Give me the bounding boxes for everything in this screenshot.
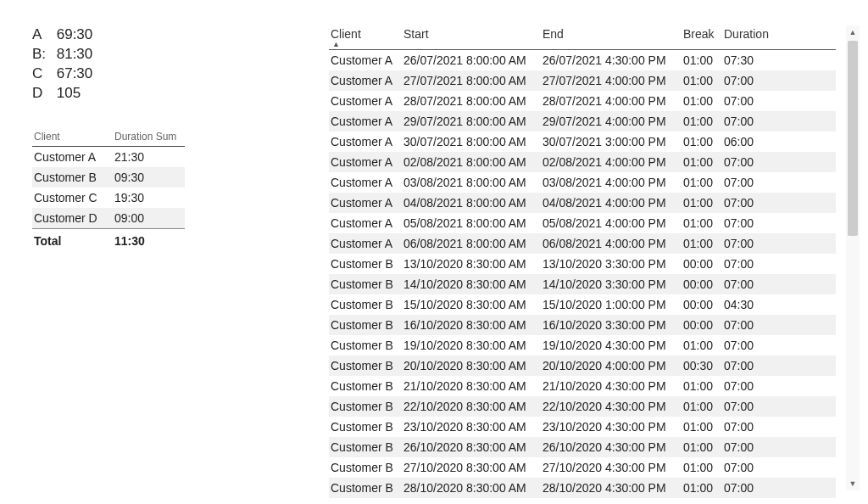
main-table: Client ▲ Start End Break Duration Custom… (329, 24, 836, 498)
table-row[interactable]: Customer A06/08/2021 8:00:00 AM06/08/202… (329, 233, 836, 254)
table-row[interactable]: Customer A05/08/2021 8:00:00 AM05/08/202… (329, 213, 836, 233)
stats-row: A 69:30 (32, 25, 202, 45)
stats-block: A 69:30B: 81:30C 67:30D 105 (32, 25, 202, 104)
cell-duration: 07:30 (724, 53, 783, 68)
cell-end: 22/10/2020 4:30:00 PM (542, 399, 683, 414)
table-row[interactable]: Customer B21/10/2020 8:30:00 AM21/10/202… (329, 376, 836, 396)
cell-start: 27/10/2020 8:30:00 AM (403, 460, 542, 475)
main-header-client[interactable]: Client ▲ (329, 27, 403, 48)
main-header-end[interactable]: End (542, 27, 683, 48)
cell-duration: 07:00 (724, 480, 783, 496)
summary-row[interactable]: Customer A21:30 (32, 147, 185, 167)
main-header-start[interactable]: Start (403, 27, 542, 48)
table-row[interactable]: Customer B14/10/2020 8:30:00 AM14/10/202… (329, 274, 836, 294)
cell-duration: 07:00 (724, 378, 783, 394)
cell-start: 04/08/2021 8:00:00 AM (403, 195, 542, 210)
cell-end: 26/10/2020 4:30:00 PM (542, 440, 683, 455)
table-row[interactable]: Customer B26/10/2020 8:30:00 AM26/10/202… (329, 437, 836, 457)
cell-client: Customer B (329, 460, 403, 475)
cell-duration: 07:00 (724, 256, 783, 272)
cell-end: 13/10/2020 3:30:00 PM (542, 256, 683, 272)
summary-row[interactable]: Customer C19:30 (32, 188, 185, 208)
cell-duration: 07:00 (724, 440, 783, 455)
cell-break: 00:30 (683, 358, 724, 373)
stats-value: 69:30 (53, 26, 92, 42)
table-row[interactable]: Customer A29/07/2021 8:00:00 AM29/07/202… (329, 111, 836, 132)
summary-cell-sum: 09:30 (114, 171, 183, 184)
cell-client: Customer B (329, 338, 403, 353)
cell-end: 21/10/2020 4:30:00 PM (542, 378, 683, 394)
cell-duration: 07:00 (724, 154, 783, 170)
table-row[interactable]: Customer B27/10/2020 8:30:00 AM27/10/202… (329, 457, 836, 478)
cell-start: 21/10/2020 8:30:00 AM (403, 378, 542, 394)
scroll-down-icon[interactable]: ▼ (846, 477, 860, 490)
cell-end: 02/08/2021 4:00:00 PM (542, 154, 683, 170)
table-row[interactable]: Customer A26/07/2021 8:00:00 AM26/07/202… (329, 50, 836, 70)
table-row[interactable]: Customer A04/08/2021 8:00:00 AM04/08/202… (329, 193, 836, 213)
scroll-up-icon[interactable]: ▲ (846, 25, 860, 39)
summary-header-sum[interactable]: Duration Sum (114, 131, 183, 143)
cell-break: 01:00 (683, 399, 724, 414)
cell-break: 01:00 (683, 419, 724, 434)
table-row[interactable]: Customer A27/07/2021 8:00:00 AM27/07/202… (329, 70, 836, 91)
cell-break: 00:00 (683, 297, 724, 312)
summary-cell-client: Customer A (34, 150, 114, 164)
table-row[interactable]: Customer B13/10/2020 8:30:00 AM13/10/202… (329, 254, 836, 274)
cell-end: 03/08/2021 4:00:00 PM (542, 175, 683, 190)
cell-duration: 07:00 (724, 399, 783, 414)
table-row[interactable]: Customer A03/08/2021 8:00:00 AM03/08/202… (329, 172, 836, 193)
cell-break: 01:00 (683, 480, 724, 496)
main-header-duration[interactable]: Duration (724, 27, 783, 48)
cell-client: Customer A (329, 175, 403, 190)
summary-header-client[interactable]: Client (34, 131, 114, 143)
cell-break: 01:00 (683, 338, 724, 353)
cell-client: Customer B (329, 297, 403, 312)
table-row[interactable]: Customer B16/10/2020 8:30:00 AM16/10/202… (329, 315, 836, 335)
cell-start: 28/10/2020 8:30:00 AM (403, 480, 542, 496)
cell-end: 29/07/2021 4:00:00 PM (542, 114, 683, 129)
cell-start: 06/08/2021 8:00:00 AM (403, 236, 542, 251)
cell-client: Customer A (329, 195, 403, 210)
summary-header[interactable]: Client Duration Sum (32, 127, 185, 147)
cell-start: 26/07/2021 8:00:00 AM (403, 53, 542, 68)
cell-break: 01:00 (683, 93, 724, 109)
cell-break: 01:00 (683, 195, 724, 210)
cell-client: Customer A (329, 154, 403, 170)
stats-value: 105 (53, 85, 81, 101)
table-row[interactable]: Customer B15/10/2020 8:30:00 AM15/10/202… (329, 294, 836, 315)
summary-row[interactable]: Customer D09:00 (32, 208, 185, 228)
cell-duration: 07:00 (724, 419, 783, 434)
table-row[interactable]: Customer B28/10/2020 8:30:00 AM28/10/202… (329, 478, 836, 498)
stats-label: A (32, 25, 53, 45)
cell-end: 27/10/2020 4:30:00 PM (542, 460, 683, 475)
cell-duration: 07:00 (724, 175, 783, 190)
table-row[interactable]: Customer A28/07/2021 8:00:00 AM28/07/202… (329, 91, 836, 111)
stats-row: B: 81:30 (32, 45, 202, 64)
table-row[interactable]: Customer B19/10/2020 8:30:00 AM19/10/202… (329, 335, 836, 356)
summary-row[interactable]: Customer B09:30 (32, 167, 185, 188)
cell-break: 01:00 (683, 378, 724, 394)
main-header-break[interactable]: Break (683, 27, 724, 48)
cell-start: 27/07/2021 8:00:00 AM (403, 73, 542, 88)
cell-duration: 07:00 (724, 73, 783, 88)
cell-start: 02/08/2021 8:00:00 AM (403, 154, 542, 170)
cell-client: Customer A (329, 114, 403, 129)
table-row[interactable]: Customer A02/08/2021 8:00:00 AM02/08/202… (329, 152, 836, 172)
cell-break: 00:00 (683, 277, 724, 292)
main-header[interactable]: Client ▲ Start End Break Duration (329, 24, 836, 50)
cell-start: 22/10/2020 8:30:00 AM (403, 399, 542, 414)
table-row[interactable]: Customer B22/10/2020 8:30:00 AM22/10/202… (329, 396, 836, 417)
table-row[interactable]: Customer B20/10/2020 8:30:00 AM20/10/202… (329, 356, 836, 376)
cell-end: 23/10/2020 4:30:00 PM (542, 419, 683, 434)
vertical-scrollbar[interactable]: ▲ ▼ (846, 25, 860, 490)
scroll-thumb[interactable] (848, 41, 858, 236)
table-row[interactable]: Customer B23/10/2020 8:30:00 AM23/10/202… (329, 417, 836, 437)
table-row[interactable]: Customer A30/07/2021 8:00:00 AM30/07/202… (329, 132, 836, 152)
cell-break: 00:00 (683, 317, 724, 333)
cell-duration: 04:30 (724, 297, 783, 312)
cell-start: 14/10/2020 8:30:00 AM (403, 277, 542, 292)
cell-end: 05/08/2021 4:00:00 PM (542, 216, 683, 231)
cell-start: 15/10/2020 8:30:00 AM (403, 297, 542, 312)
cell-duration: 07:00 (724, 93, 783, 109)
cell-start: 30/07/2021 8:00:00 AM (403, 134, 542, 149)
